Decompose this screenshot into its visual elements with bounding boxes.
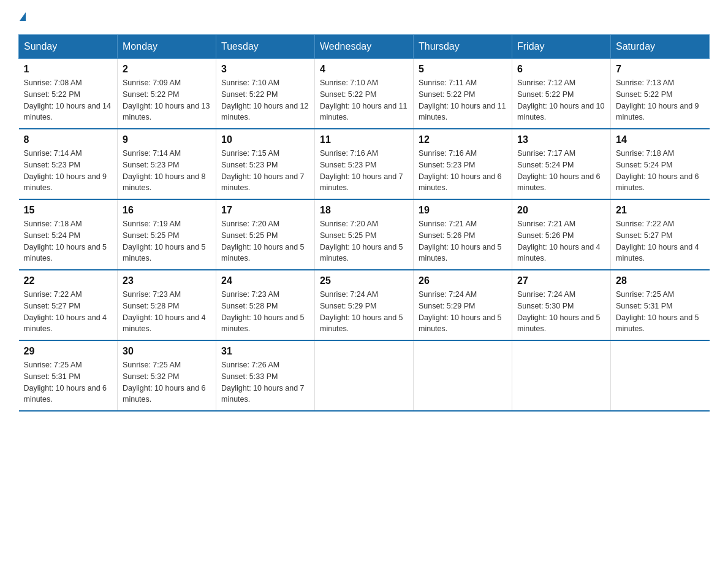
day-info: Sunrise: 7:15 AMSunset: 5:23 PMDaylight:… (221, 148, 309, 194)
day-cell-6: 6Sunrise: 7:12 AMSunset: 5:22 PMDaylight… (512, 59, 611, 129)
day-info: Sunrise: 7:20 AMSunset: 5:25 PMDaylight:… (320, 218, 408, 264)
day-cell-31: 31Sunrise: 7:26 AMSunset: 5:33 PMDayligh… (216, 340, 315, 411)
day-info: Sunrise: 7:23 AMSunset: 5:28 PMDaylight:… (221, 289, 309, 335)
day-cell-30: 30Sunrise: 7:25 AMSunset: 5:32 PMDayligh… (118, 340, 216, 411)
day-cell-11: 11Sunrise: 7:16 AMSunset: 5:23 PMDayligh… (315, 129, 414, 199)
day-info: Sunrise: 7:24 AMSunset: 5:30 PMDaylight:… (517, 289, 605, 335)
day-cell-24: 24Sunrise: 7:23 AMSunset: 5:28 PMDayligh… (216, 270, 315, 340)
day-number: 12 (419, 134, 507, 145)
day-info: Sunrise: 7:25 AMSunset: 5:31 PMDaylight:… (616, 289, 705, 335)
logo (18, 12, 26, 22)
day-cell-1: 1Sunrise: 7:08 AMSunset: 5:22 PMDaylight… (19, 59, 118, 129)
header-cell-sunday: Sunday (19, 35, 118, 59)
header-cell-tuesday: Tuesday (216, 35, 315, 59)
day-number: 4 (320, 64, 408, 75)
day-info: Sunrise: 7:18 AMSunset: 5:24 PMDaylight:… (24, 218, 113, 264)
week-row-4: 22Sunrise: 7:22 AMSunset: 5:27 PMDayligh… (19, 270, 710, 340)
day-cell-5: 5Sunrise: 7:11 AMSunset: 5:22 PMDaylight… (414, 59, 512, 129)
day-info: Sunrise: 7:22 AMSunset: 5:27 PMDaylight:… (24, 289, 113, 335)
header-cell-monday: Monday (118, 35, 216, 59)
day-number: 25 (320, 275, 408, 286)
day-cell-20: 20Sunrise: 7:21 AMSunset: 5:26 PMDayligh… (512, 199, 611, 270)
day-cell-17: 17Sunrise: 7:20 AMSunset: 5:25 PMDayligh… (216, 199, 315, 270)
day-number: 27 (517, 275, 605, 286)
day-cell-23: 23Sunrise: 7:23 AMSunset: 5:28 PMDayligh… (118, 270, 216, 340)
day-number: 11 (320, 134, 408, 145)
header-cell-saturday: Saturday (611, 35, 710, 59)
day-cell-4: 4Sunrise: 7:10 AMSunset: 5:22 PMDaylight… (315, 59, 414, 129)
day-number: 30 (123, 346, 211, 357)
day-cell-13: 13Sunrise: 7:17 AMSunset: 5:24 PMDayligh… (512, 129, 611, 199)
day-info: Sunrise: 7:17 AMSunset: 5:24 PMDaylight:… (517, 148, 605, 194)
day-number: 6 (517, 64, 605, 75)
day-info: Sunrise: 7:22 AMSunset: 5:27 PMDaylight:… (616, 218, 705, 264)
day-number: 26 (419, 275, 507, 286)
day-number: 7 (616, 64, 705, 75)
day-cell-18: 18Sunrise: 7:20 AMSunset: 5:25 PMDayligh… (315, 199, 414, 270)
day-cell-19: 19Sunrise: 7:21 AMSunset: 5:26 PMDayligh… (414, 199, 512, 270)
day-number: 3 (221, 64, 309, 75)
day-number: 22 (24, 275, 113, 286)
day-number: 8 (24, 134, 113, 145)
empty-cell (315, 340, 414, 411)
day-cell-12: 12Sunrise: 7:16 AMSunset: 5:23 PMDayligh… (414, 129, 512, 199)
calendar-header: SundayMondayTuesdayWednesdayThursdayFrid… (19, 35, 710, 59)
day-cell-7: 7Sunrise: 7:13 AMSunset: 5:22 PMDaylight… (611, 59, 710, 129)
day-number: 14 (616, 134, 705, 145)
day-number: 28 (616, 275, 705, 286)
day-number: 21 (616, 205, 705, 216)
day-info: Sunrise: 7:14 AMSunset: 5:23 PMDaylight:… (24, 148, 113, 194)
day-cell-29: 29Sunrise: 7:25 AMSunset: 5:31 PMDayligh… (19, 340, 118, 411)
day-cell-15: 15Sunrise: 7:18 AMSunset: 5:24 PMDayligh… (19, 199, 118, 270)
day-cell-27: 27Sunrise: 7:24 AMSunset: 5:30 PMDayligh… (512, 270, 611, 340)
day-number: 18 (320, 205, 408, 216)
week-row-2: 8Sunrise: 7:14 AMSunset: 5:23 PMDaylight… (19, 129, 710, 199)
day-info: Sunrise: 7:25 AMSunset: 5:31 PMDaylight:… (24, 359, 113, 405)
empty-cell (512, 340, 611, 411)
header-row: SundayMondayTuesdayWednesdayThursdayFrid… (19, 35, 710, 59)
day-cell-10: 10Sunrise: 7:15 AMSunset: 5:23 PMDayligh… (216, 129, 315, 199)
day-cell-8: 8Sunrise: 7:14 AMSunset: 5:23 PMDaylight… (19, 129, 118, 199)
day-info: Sunrise: 7:18 AMSunset: 5:24 PMDaylight:… (616, 148, 705, 194)
day-cell-21: 21Sunrise: 7:22 AMSunset: 5:27 PMDayligh… (611, 199, 710, 270)
day-number: 15 (24, 205, 113, 216)
week-row-1: 1Sunrise: 7:08 AMSunset: 5:22 PMDaylight… (19, 59, 710, 129)
header-cell-wednesday: Wednesday (315, 35, 414, 59)
day-number: 9 (123, 134, 211, 145)
day-number: 24 (221, 275, 309, 286)
day-info: Sunrise: 7:25 AMSunset: 5:32 PMDaylight:… (123, 359, 211, 405)
page-header (18, 12, 710, 22)
day-info: Sunrise: 7:19 AMSunset: 5:25 PMDaylight:… (123, 218, 211, 264)
day-info: Sunrise: 7:24 AMSunset: 5:29 PMDaylight:… (419, 289, 507, 335)
day-cell-28: 28Sunrise: 7:25 AMSunset: 5:31 PMDayligh… (611, 270, 710, 340)
day-number: 1 (24, 64, 113, 75)
day-cell-26: 26Sunrise: 7:24 AMSunset: 5:29 PMDayligh… (414, 270, 512, 340)
empty-cell (414, 340, 512, 411)
day-info: Sunrise: 7:09 AMSunset: 5:22 PMDaylight:… (123, 77, 211, 123)
day-number: 16 (123, 205, 211, 216)
day-info: Sunrise: 7:13 AMSunset: 5:22 PMDaylight:… (616, 77, 705, 123)
day-cell-2: 2Sunrise: 7:09 AMSunset: 5:22 PMDaylight… (118, 59, 216, 129)
day-info: Sunrise: 7:20 AMSunset: 5:25 PMDaylight:… (221, 218, 309, 264)
day-number: 13 (517, 134, 605, 145)
day-info: Sunrise: 7:24 AMSunset: 5:29 PMDaylight:… (320, 289, 408, 335)
day-number: 20 (517, 205, 605, 216)
day-cell-3: 3Sunrise: 7:10 AMSunset: 5:22 PMDaylight… (216, 59, 315, 129)
day-info: Sunrise: 7:16 AMSunset: 5:23 PMDaylight:… (320, 148, 408, 194)
day-info: Sunrise: 7:11 AMSunset: 5:22 PMDaylight:… (419, 77, 507, 123)
day-cell-14: 14Sunrise: 7:18 AMSunset: 5:24 PMDayligh… (611, 129, 710, 199)
day-number: 10 (221, 134, 309, 145)
header-cell-friday: Friday (512, 35, 611, 59)
day-cell-16: 16Sunrise: 7:19 AMSunset: 5:25 PMDayligh… (118, 199, 216, 270)
day-number: 5 (419, 64, 507, 75)
day-cell-25: 25Sunrise: 7:24 AMSunset: 5:29 PMDayligh… (315, 270, 414, 340)
day-info: Sunrise: 7:23 AMSunset: 5:28 PMDaylight:… (123, 289, 211, 335)
day-info: Sunrise: 7:14 AMSunset: 5:23 PMDaylight:… (123, 148, 211, 194)
day-info: Sunrise: 7:10 AMSunset: 5:22 PMDaylight:… (320, 77, 408, 123)
day-cell-22: 22Sunrise: 7:22 AMSunset: 5:27 PMDayligh… (19, 270, 118, 340)
day-info: Sunrise: 7:08 AMSunset: 5:22 PMDaylight:… (24, 77, 113, 123)
week-row-3: 15Sunrise: 7:18 AMSunset: 5:24 PMDayligh… (19, 199, 710, 270)
day-info: Sunrise: 7:26 AMSunset: 5:33 PMDaylight:… (221, 359, 309, 405)
day-number: 29 (24, 346, 113, 357)
logo-triangle-icon (20, 12, 26, 21)
